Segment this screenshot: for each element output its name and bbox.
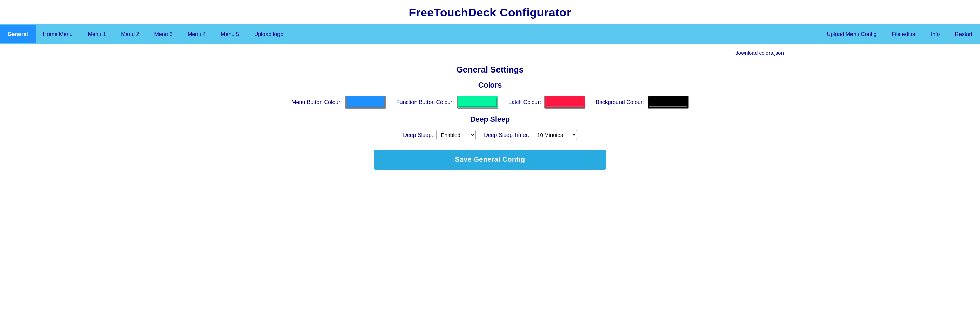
deep-sleep-item: Deep Sleep: EnabledDisabled <box>403 130 476 140</box>
menu-button-colour-label: Menu Button Colour: <box>291 99 342 106</box>
deep-sleep-timer-item: Deep Sleep Timer: 10 Minutes20 Minutes30… <box>484 130 577 140</box>
latch-colour-swatch[interactable] <box>544 96 585 109</box>
nav-tab-menu-4[interactable]: Menu 4 <box>180 25 213 43</box>
nav-tab-home-menu[interactable]: Home Menu <box>35 25 80 43</box>
nav-tab-upload-menu-config[interactable]: Upload Menu Config <box>819 25 885 43</box>
function-button-colour-label: Function Button Colour: <box>396 99 454 106</box>
menu-button-colour-swatch[interactable] <box>345 96 386 109</box>
nav-right: Upload Menu ConfigFile editorInfoRestart <box>819 25 980 43</box>
deep-sleep-timer-label: Deep Sleep Timer: <box>484 132 529 138</box>
function-button-colour-item: Function Button Colour: <box>396 96 498 109</box>
nav-tab-file-editor[interactable]: File editor <box>884 25 923 43</box>
general-settings-title: General Settings <box>196 65 784 75</box>
save-general-config-button[interactable]: Save General Config <box>374 149 606 170</box>
background-colour-item: Background Colour: <box>596 96 688 109</box>
deep-sleep-timer-select[interactable]: 10 Minutes20 Minutes30 Minutes60 Minutes <box>533 130 577 140</box>
latch-colour-item: Latch Colour: <box>509 96 585 109</box>
background-colour-label: Background Colour: <box>596 99 644 106</box>
colors-section-title: Colors <box>196 81 784 90</box>
nav-tab-restart[interactable]: Restart <box>947 25 980 43</box>
save-btn-row: Save General Config <box>196 149 784 170</box>
nav-tab-upload-logo[interactable]: Upload logo <box>247 25 291 43</box>
function-button-colour-swatch[interactable] <box>457 96 498 109</box>
nav-tab-menu-1[interactable]: Menu 1 <box>80 25 113 43</box>
nav-tab-menu-5[interactable]: Menu 5 <box>213 25 247 43</box>
deep-sleep-row: Deep Sleep: EnabledDisabled Deep Sleep T… <box>196 130 784 140</box>
colors-row: Menu Button Colour:Function Button Colou… <box>196 96 784 109</box>
download-colors-link[interactable]: download colors.json <box>735 50 784 56</box>
background-colour-swatch[interactable] <box>648 96 689 109</box>
content-area: download colors.json General Settings Co… <box>183 45 797 183</box>
download-link-row: download colors.json <box>196 48 784 57</box>
latch-colour-label: Latch Colour: <box>509 99 541 106</box>
nav-tab-general[interactable]: General <box>0 25 35 43</box>
menu-button-colour-item: Menu Button Colour: <box>291 96 386 109</box>
deep-sleep-select[interactable]: EnabledDisabled <box>436 130 476 140</box>
navigation-bar: GeneralHome MenuMenu 1Menu 2Menu 3Menu 4… <box>0 24 980 45</box>
deep-sleep-section: Deep Sleep Deep Sleep: EnabledDisabled D… <box>196 115 784 140</box>
nav-tab-menu-3[interactable]: Menu 3 <box>147 25 180 43</box>
nav-tab-menu-2[interactable]: Menu 2 <box>113 25 146 43</box>
nav-left: GeneralHome MenuMenu 1Menu 2Menu 3Menu 4… <box>0 25 819 43</box>
deep-sleep-label: Deep Sleep: <box>403 132 433 138</box>
nav-tab-info[interactable]: Info <box>923 25 948 43</box>
page-title: FreeTouchDeck Configurator <box>0 0 980 24</box>
deep-sleep-title: Deep Sleep <box>196 115 784 124</box>
